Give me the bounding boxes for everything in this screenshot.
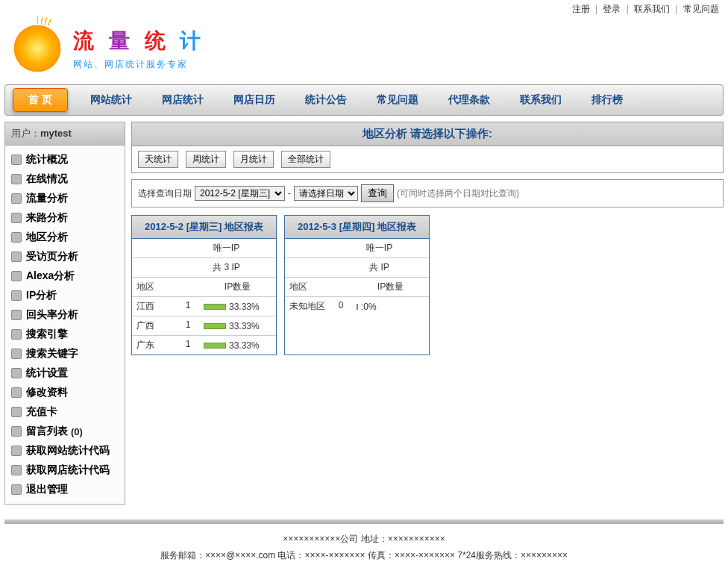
nav-item[interactable]: 联系我们 <box>505 86 577 114</box>
nav-link[interactable]: 网店统计 <box>147 86 219 114</box>
main-content: 地区分析 请选择以下操作: 天统计周统计月统计全部统计 选择查询日期 2012-… <box>131 122 724 505</box>
pct-cell: 33.33% <box>199 316 276 335</box>
sidebar-link[interactable]: 回头率分析 <box>26 308 78 322</box>
menu-icon <box>11 446 22 456</box>
nav-item[interactable]: 代理条款 <box>433 86 505 114</box>
faq-link[interactable]: 常见问题 <box>683 4 719 14</box>
nav-link[interactable]: 常见问题 <box>362 86 433 114</box>
sidebar-item[interactable]: IP分析 <box>5 286 125 305</box>
region-report: 2012-5-2 [星期三] 地区报表 唯一IP 共 3 IP地区 IP数量江西… <box>131 215 277 355</box>
unique-ip-label: 唯一IP <box>177 239 276 257</box>
sidebar-item[interactable]: 统计设置 <box>5 363 125 383</box>
nav-item[interactable]: 网店日历 <box>219 86 290 114</box>
nav-item[interactable]: 常见问题 <box>362 86 433 114</box>
sidebar-item[interactable]: 回头率分析 <box>5 305 125 325</box>
top-links-bar: 注册 | 登录 | 联系我们 | 常见问题 <box>0 0 728 19</box>
user-info: 用户：mytest <box>5 122 125 146</box>
sidebar-item[interactable]: 地区分析 <box>5 228 125 247</box>
stat-range-tab[interactable]: 天统计 <box>138 151 178 168</box>
region-report: 2012-5-3 [星期四] 地区报表 唯一IP 共 IP地区 IP数量未知地区… <box>284 215 430 355</box>
sidebar-link[interactable]: 退出管理 <box>26 483 68 496</box>
pct-cell: 33.33% <box>199 297 276 316</box>
report-title: 2012-5-3 [星期四] 地区报表 <box>285 216 429 239</box>
sidebar-link[interactable]: 统计设置 <box>26 366 68 380</box>
sidebar-link[interactable]: 获取网店统计代码 <box>26 463 110 477</box>
menu-icon <box>11 426 22 437</box>
sidebar-link[interactable]: 统计概况 <box>26 153 68 166</box>
sidebar-item[interactable]: 充值卡 <box>5 402 125 422</box>
area-cell: 广东 <box>132 336 177 355</box>
sidebar-link[interactable]: 受访页分析 <box>26 250 78 263</box>
nav-item[interactable]: 首 页 <box>5 85 75 115</box>
footer: ×××××××××××公司 地址：××××××××××× 服务邮箱：××××@×… <box>0 531 728 562</box>
nav-link[interactable]: 联系我们 <box>505 86 577 114</box>
nav-item[interactable]: 排行榜 <box>577 86 638 114</box>
table-row: 江西133.33% <box>132 297 276 316</box>
nav-link[interactable]: 网站统计 <box>75 86 147 114</box>
sidebar-link[interactable]: 搜索引擎 <box>26 328 68 341</box>
register-link[interactable]: 注册 <box>572 4 590 14</box>
sidebar-item[interactable]: 搜索引擎 <box>5 325 125 344</box>
nav-link[interactable]: 网店日历 <box>219 86 290 114</box>
menu-icon <box>11 349 22 359</box>
sidebar-item[interactable]: 统计概况 <box>5 150 125 169</box>
col-ip-header: IP数量 <box>352 278 429 296</box>
sidebar-item[interactable]: 搜索关键字 <box>5 344 125 363</box>
contact-link[interactable]: 联系我们 <box>634 4 670 14</box>
sidebar-link[interactable]: 在线情况 <box>26 172 68 186</box>
area-cell: 广西 <box>132 316 177 335</box>
sidebar-link[interactable]: IP分析 <box>26 289 57 302</box>
nav-link[interactable]: 首 页 <box>13 88 68 112</box>
query-bar: 选择查询日期 2012-5-2 [星期三] - 请选择日期 查询 (可同时选择两… <box>131 179 724 207</box>
menu-icon <box>11 484 22 495</box>
sidebar-item[interactable]: 退出管理 <box>5 480 125 499</box>
sidebar-link[interactable]: 充值卡 <box>26 405 57 419</box>
menu-icon <box>11 252 22 262</box>
sidebar-link[interactable]: 搜索关键字 <box>26 347 78 360</box>
nav-link[interactable]: 排行榜 <box>577 86 638 114</box>
sidebar-link[interactable]: 获取网站统计代码 <box>26 444 110 458</box>
login-link[interactable]: 登录 <box>603 4 621 14</box>
date-separator: - <box>288 188 291 199</box>
date-to-select[interactable]: 请选择日期 <box>294 186 358 201</box>
menu-icon <box>11 154 22 165</box>
stat-range-tab[interactable]: 周统计 <box>186 151 226 168</box>
menu-icon <box>11 174 22 184</box>
sidebar-item[interactable]: 获取网店统计代码 <box>5 460 125 480</box>
sidebar-item[interactable]: 流量分析 <box>5 189 125 208</box>
menu-icon <box>11 465 22 475</box>
count-cell: 1 <box>177 316 199 335</box>
footer-contacts: 服务邮箱：××××@××××.com 电话：××××-××××××× 传真：××… <box>0 548 728 562</box>
sidebar-item[interactable]: Alexa分析 <box>5 266 125 286</box>
bar-icon <box>204 323 226 329</box>
sidebar-link[interactable]: 留言列表 <box>26 425 68 438</box>
pct-cell: :0% <box>352 297 429 316</box>
stat-range-tab[interactable]: 全部统计 <box>281 151 330 168</box>
sidebar-item[interactable]: 留言列表(0) <box>5 422 125 441</box>
date-from-select[interactable]: 2012-5-2 [星期三] <box>195 186 285 201</box>
sidebar-link[interactable]: 修改资料 <box>26 386 68 399</box>
nav-link[interactable]: 代理条款 <box>433 86 505 114</box>
nav-item[interactable]: 统计公告 <box>290 86 362 114</box>
total-ip-label: 共 3 IP <box>177 258 276 277</box>
panel: 地区分析 请选择以下操作: 天统计周统计月统计全部统计 <box>131 122 724 173</box>
sidebar-item[interactable]: 受访页分析 <box>5 247 125 266</box>
sidebar-link[interactable]: Alexa分析 <box>26 269 75 283</box>
nav-link[interactable]: 统计公告 <box>290 86 362 114</box>
table-row: 广东133.33% <box>132 336 276 355</box>
sidebar-item[interactable]: 获取网站统计代码 <box>5 441 125 460</box>
sidebar-item[interactable]: 来路分析 <box>5 208 125 228</box>
sidebar-item[interactable]: 修改资料 <box>5 383 125 402</box>
logo-title: 流 量 统 计 <box>73 27 205 55</box>
menu-icon <box>11 271 22 281</box>
sidebar-link[interactable]: 流量分析 <box>26 192 68 205</box>
count-cell: 1 <box>177 336 199 355</box>
stat-range-tab[interactable]: 月统计 <box>233 151 274 168</box>
sidebar-link[interactable]: 地区分析 <box>26 231 68 244</box>
nav-item[interactable]: 网店统计 <box>147 86 219 114</box>
sidebar-link[interactable]: 来路分析 <box>26 211 68 225</box>
menu-icon <box>11 387 22 398</box>
sidebar-item[interactable]: 在线情况 <box>5 169 125 189</box>
nav-item[interactable]: 网站统计 <box>75 86 147 114</box>
query-button[interactable]: 查询 <box>361 184 394 202</box>
